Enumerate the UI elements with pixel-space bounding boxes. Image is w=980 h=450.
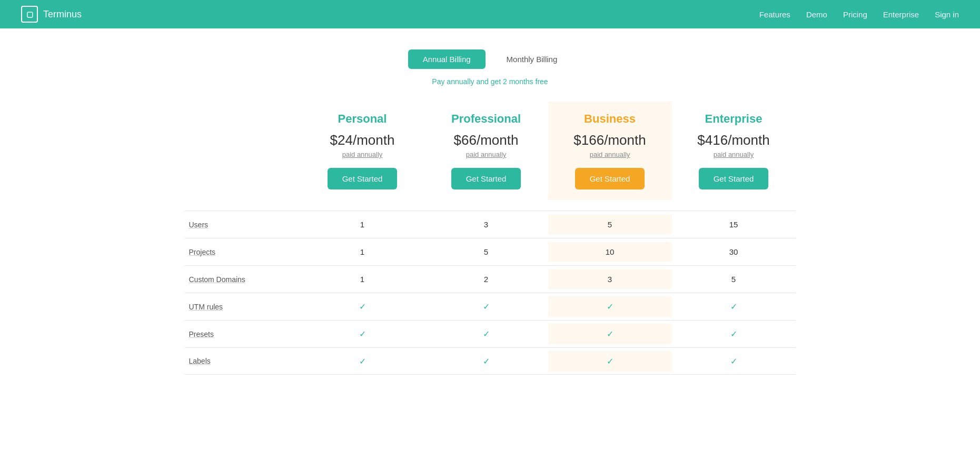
feature-value-2-1: 2 [424, 269, 548, 289]
spacer [185, 102, 301, 200]
feature-value-3-0: ✓ [301, 296, 424, 317]
plan-professional: Professional $66/month paid annually Get… [424, 102, 548, 200]
navbar: ▢ Terminus Features Demo Pricing Enterpr… [0, 0, 980, 28]
feature-value-3-2: ✓ [548, 296, 672, 317]
billing-toggle: Annual Billing Monthly Billing [185, 49, 796, 69]
cta-professional[interactable]: Get Started [451, 168, 521, 189]
plan-name-personal: Personal [309, 112, 416, 126]
plan-business: Business $166/month paid annually Get St… [548, 102, 672, 200]
nav-signin[interactable]: Sign in [935, 10, 959, 19]
feature-value-2-2: 3 [548, 269, 672, 289]
feature-value-3-3: ✓ [672, 296, 796, 317]
feature-value-5-2: ✓ [548, 351, 672, 372]
plan-name-professional: Professional [433, 112, 540, 126]
plan-enterprise: Enterprise $416/month paid annually Get … [672, 102, 796, 200]
nav-pricing[interactable]: Pricing [843, 10, 867, 19]
feature-value-0-1: 3 [424, 215, 548, 234]
feature-label-5: Labels [185, 352, 301, 371]
feature-value-5-1: ✓ [424, 351, 548, 372]
feature-value-4-2: ✓ [548, 324, 672, 344]
cta-enterprise[interactable]: Get Started [699, 168, 769, 189]
main-content: Annual Billing Monthly Billing Pay annua… [174, 28, 806, 396]
feature-label-4: Presets [185, 325, 301, 344]
plan-name-business: Business [557, 112, 664, 126]
feature-value-3-1: ✓ [424, 296, 548, 317]
feature-label-2: Custom Domains [185, 270, 301, 289]
feature-value-4-0: ✓ [301, 324, 424, 344]
feature-value-1-1: 5 [424, 242, 548, 262]
annual-billing-button[interactable]: Annual Billing [408, 49, 486, 69]
feature-value-0-0: 1 [301, 215, 424, 234]
feature-row: Users13515 [185, 211, 796, 238]
plan-headers: Personal $24/month paid annually Get Sta… [185, 102, 796, 200]
feature-value-2-3: 5 [672, 269, 796, 289]
annual-promo-text: Pay annually and get 2 months free [185, 77, 796, 86]
plan-billing-enterprise: paid annually [680, 151, 787, 158]
feature-row: Presets✓✓✓✓ [185, 320, 796, 347]
monthly-billing-button[interactable]: Monthly Billing [492, 49, 572, 69]
features-section: Users13515Projects151030Custom Domains12… [185, 211, 796, 375]
feature-value-1-2: 10 [548, 242, 672, 262]
plan-billing-professional: paid annually [433, 151, 540, 158]
feature-value-4-1: ✓ [424, 324, 548, 344]
cta-business[interactable]: Get Started [575, 168, 645, 189]
feature-row: Custom Domains1235 [185, 265, 796, 293]
plan-price-enterprise: $416/month [680, 132, 787, 148]
feature-row: Projects151030 [185, 238, 796, 265]
logo-icon: ▢ [21, 6, 38, 23]
feature-value-2-0: 1 [301, 269, 424, 289]
cta-personal[interactable]: Get Started [328, 168, 398, 189]
feature-row: Labels✓✓✓✓ [185, 347, 796, 375]
plan-price-personal: $24/month [309, 132, 416, 148]
nav-enterprise[interactable]: Enterprise [883, 10, 919, 19]
feature-row: UTM rules✓✓✓✓ [185, 293, 796, 320]
plan-billing-business: paid annually [557, 151, 664, 158]
feature-value-1-0: 1 [301, 242, 424, 262]
plan-name-enterprise: Enterprise [680, 112, 787, 126]
plan-personal: Personal $24/month paid annually Get Sta… [301, 102, 424, 200]
brand-name: Terminus [43, 9, 82, 20]
feature-value-1-3: 30 [672, 242, 796, 262]
feature-value-5-0: ✓ [301, 351, 424, 372]
feature-value-4-3: ✓ [672, 324, 796, 344]
plan-billing-personal: paid annually [309, 151, 416, 158]
plan-price-professional: $66/month [433, 132, 540, 148]
nav-links: Features Demo Pricing Enterprise Sign in [759, 10, 959, 19]
brand: ▢ Terminus [21, 6, 82, 23]
plan-price-business: $166/month [557, 132, 664, 148]
feature-value-5-3: ✓ [672, 351, 796, 372]
nav-demo[interactable]: Demo [806, 10, 827, 19]
feature-value-0-3: 15 [672, 215, 796, 234]
nav-features[interactable]: Features [759, 10, 790, 19]
feature-label-3: UTM rules [185, 297, 301, 316]
feature-value-0-2: 5 [548, 215, 672, 234]
feature-label-1: Projects [185, 243, 301, 262]
feature-label-0: Users [185, 215, 301, 234]
